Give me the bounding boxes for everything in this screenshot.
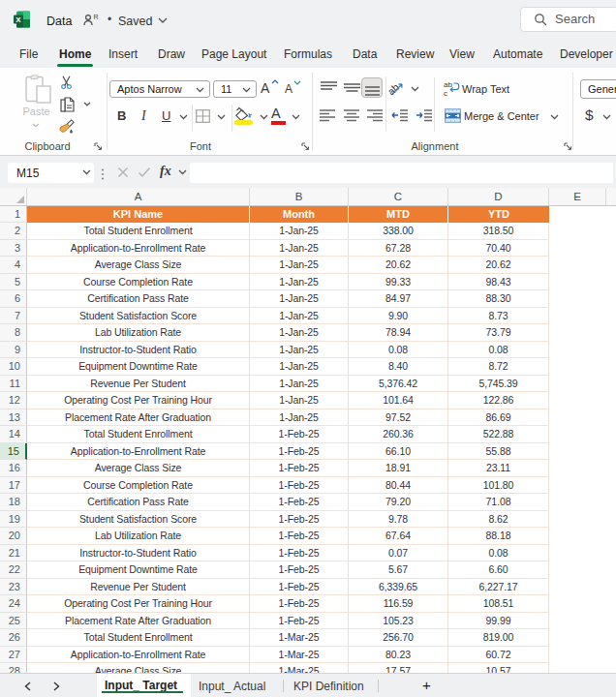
- svg-text:R: R: [94, 14, 99, 20]
- svg-text:X: X: [15, 15, 21, 24]
- svg-text:c: c: [444, 89, 447, 97]
